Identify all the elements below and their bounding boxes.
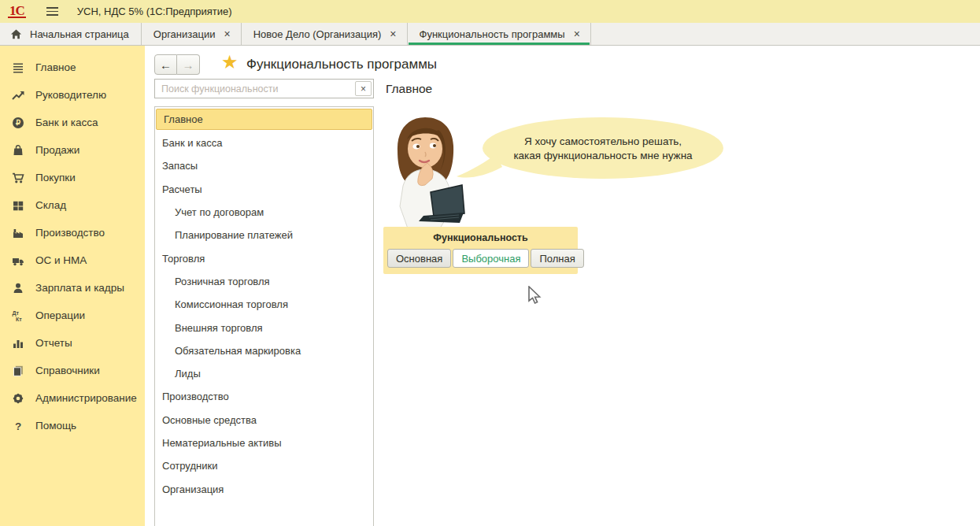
svg-text:₽: ₽ [15,118,20,127]
tab-label: Начальная страница [30,28,129,40]
section-item[interactable]: Расчеты [155,178,373,201]
sidebar-item-main[interactable]: Главное [0,54,145,81]
search-input[interactable] [155,83,353,94]
home-icon [10,28,22,40]
svg-text:какая функциональность мне нуж: какая функциональность мне нужна [513,150,693,161]
section-item-label: Лиды [175,368,201,380]
sidebar-item-salary-hr[interactable]: Зарплата и кадры [0,274,145,302]
section-item[interactable]: Лиды [155,362,373,385]
sidebar-item-production[interactable]: Производство [0,219,145,246]
sidebar-item-label: Главное [35,61,76,73]
section-item-label: Запасы [162,160,198,172]
section-item[interactable]: Нематериальные активы [155,432,373,454]
section-item[interactable]: Производство [155,385,373,408]
functionality-options: Основная Выборочная Полная [387,249,574,268]
clear-search-icon[interactable]: × [355,81,372,96]
sidebar-item-operations[interactable]: ДтКт Операции [0,302,145,329]
main-menu-icon[interactable] [46,7,58,15]
sidebar-item-warehouse[interactable]: Склад [0,191,145,219]
section-item[interactable]: Учет по договорам [155,201,373,224]
sidebar-item-label: Банк и касса [35,117,98,128]
person-icon [10,282,25,294]
history-nav: ← → [154,54,200,75]
functionality-panel-title: Функциональность [387,232,574,243]
menu-icon [10,61,25,74]
sidebar-item-sales[interactable]: Продажи [0,136,145,164]
section-item-label: Организация [162,483,224,495]
dtkt-icon: ДтКт [10,309,25,322]
sidebar-item-label: Продажи [35,144,80,156]
mouse-cursor [527,286,543,306]
close-icon[interactable]: × [574,28,580,39]
tab-organizations[interactable]: Организации × [142,23,242,45]
sidebar-item-label: Отчеты [35,337,72,349]
gear-icon [10,392,25,405]
sidebar-item-bank-cash[interactable]: ₽ Банк и касса [0,109,145,136]
sidebar-item-label: ОС и НМА [35,254,87,266]
section-item-label: Банк и касса [162,137,223,149]
bar-chart-icon [10,337,25,350]
sidebar-item-administration[interactable]: Администрирование [0,384,145,412]
tab-bar: Начальная страница Организации × Новое Д… [0,23,980,46]
tab-program-functionality[interactable]: Функциональность программы × [408,23,591,45]
section-item[interactable]: Организация [155,477,373,500]
section-item[interactable]: Главное [156,109,372,130]
sidebar-item-fixed-assets[interactable]: ОС и НМА [0,246,145,274]
section-item[interactable]: Планирование платежей [155,224,373,246]
ruble-icon: ₽ [10,117,25,129]
svg-text:Я хочу самостоятельно решать,: Я хочу самостоятельно решать, [524,135,682,147]
close-icon[interactable]: × [390,28,396,39]
forward-button[interactable]: → [177,54,200,75]
favorite-star-icon[interactable]: ★ [221,51,239,73]
sidebar-item-label: Зарплата и кадры [35,282,124,294]
page-title: Функциональность программы [246,57,437,72]
window-title: УСН, НДС 5% (1С:Предприятие) [77,6,232,17]
sidebar-item-label: Справочники [35,365,100,376]
main-sections-sidebar: Главное Руководителю ₽ Банк и касса Прод… [0,46,145,526]
section-item[interactable]: Комиссионная торговля [155,293,373,316]
section-item[interactable]: Торговля [155,246,373,269]
section-item-label: Планирование платежей [175,229,293,241]
functionality-full-button[interactable]: Полная [531,249,583,268]
factory-icon [10,227,25,239]
section-item-label: Нематериальные активы [162,437,282,449]
sidebar-item-label: Администрирование [35,392,137,404]
sidebar-item-purchases[interactable]: Покупки [0,164,145,191]
section-item[interactable]: Обязательная маркировка [155,339,373,362]
functionality-panel: Функциональность Основная Выборочная Пол… [383,227,578,274]
section-item-label: Главное [164,113,203,125]
close-icon[interactable]: × [224,28,230,39]
functionality-basic-button[interactable]: Основная [387,249,451,268]
section-item[interactable]: Запасы [155,154,373,177]
section-item-label: Учет по договорам [175,206,264,218]
books-icon [10,365,25,377]
main-content: ← → ★ Функциональность программы × Главн… [145,46,980,526]
sidebar-item-directories[interactable]: Справочники [0,357,145,384]
section-item-label: Внешняя торговля [175,322,263,334]
tab-new-deal-organization[interactable]: Новое Дело (Организация) × [242,23,408,45]
sidebar-item-label: Руководителю [35,89,106,101]
sidebar-item-label: Покупки [35,172,76,183]
section-item-label: Торговля [162,253,205,265]
section-item[interactable]: Сотрудники [155,454,373,477]
search-box: × [154,79,374,98]
functionality-selective-button[interactable]: Выборочная [453,249,529,268]
section-item-label: Розничная торговля [175,276,270,287]
sidebar-item-manager[interactable]: Руководителю [0,81,145,109]
sidebar-item-reports[interactable]: Отчеты [0,329,145,357]
section-item[interactable]: Банк и касса [155,132,373,154]
section-item[interactable]: Розничная торговля [155,270,373,293]
svg-text:?: ? [14,420,20,432]
sidebar-item-label: Операции [35,309,85,321]
app-window: 1С УСН, НДС 5% (1С:Предприятие) Начальна… [0,0,980,526]
back-button[interactable]: ← [154,54,177,75]
tab-label: Организации [153,28,216,40]
sidebar-item-label: Помощь [35,420,76,432]
sidebar-item-label: Производство [35,227,105,239]
trend-icon [10,89,25,102]
tab-home[interactable]: Начальная страница [0,23,142,45]
sidebar-item-help[interactable]: ? Помощь [0,412,145,439]
section-item[interactable]: Основные средства [155,409,373,432]
section-item[interactable]: Внешняя торговля [155,316,373,339]
title-bar: 1С УСН, НДС 5% (1С:Предприятие) [0,0,980,23]
